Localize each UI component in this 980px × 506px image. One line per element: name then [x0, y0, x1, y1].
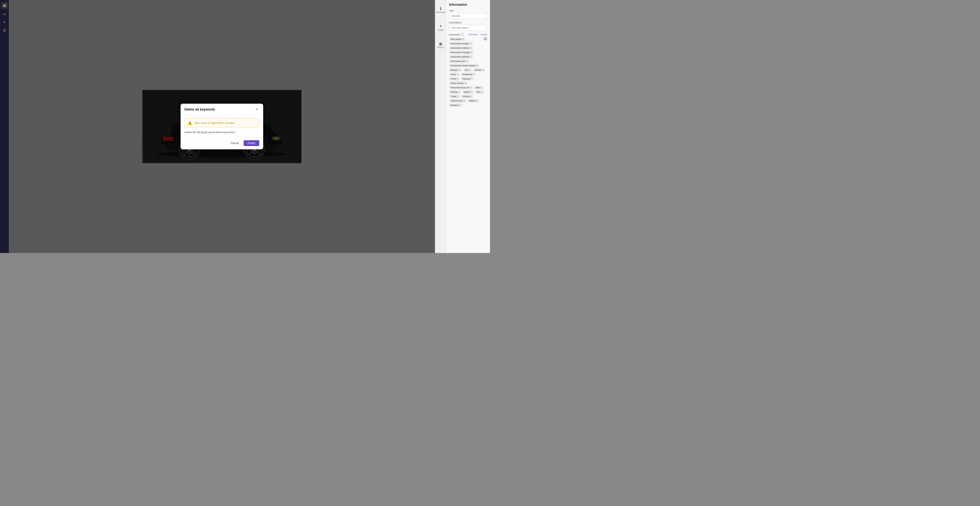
- layout-icon[interactable]: ⊟: [1, 27, 8, 33]
- keywords-label-row: Keywords ?: [449, 33, 464, 36]
- remove-keyword-button[interactable]: ✕: [471, 47, 472, 49]
- modal-close-button[interactable]: ✕: [255, 107, 259, 112]
- modal-title: Delete all keywords: [185, 108, 215, 111]
- keyword-tag: Wheel✕: [468, 99, 479, 103]
- keyword-label: Hubcap: [462, 78, 470, 80]
- keywords-header: Keywords ? Generate | Details: [449, 33, 487, 36]
- remove-keyword-button[interactable]: ✕: [482, 69, 484, 71]
- keywords-label: Keywords: [449, 33, 460, 36]
- keyword-label: Wheel: [469, 100, 476, 102]
- remove-keyword-button[interactable]: ✕: [463, 38, 464, 40]
- keyword-label: Vehicle door: [451, 100, 463, 102]
- remove-keyword-button[interactable]: ✕: [480, 87, 482, 89]
- keyword-tag: Automotive exterior✕: [449, 46, 474, 50]
- separator: |: [479, 33, 479, 36]
- keyword-tag: Car✕: [463, 68, 472, 72]
- remove-keyword-button[interactable]: ✕: [469, 69, 471, 71]
- keyword-tag: Motor vehicle✕: [449, 81, 468, 85]
- remove-keyword-button[interactable]: ✕: [471, 78, 473, 80]
- keyword-label: Vehicle: [463, 95, 470, 98]
- left-sidebar: ⊞ ▭ ≡ ⊟: [0, 0, 9, 253]
- keyword-label: Hood: [451, 78, 456, 80]
- title-input[interactable]: [449, 13, 487, 19]
- keyword-label: Alloy wheel: [451, 38, 461, 40]
- details-link[interactable]: Details: [480, 33, 487, 36]
- remove-keyword-button[interactable]: ✕: [476, 100, 478, 102]
- remove-keyword-button[interactable]: ✕: [470, 87, 472, 89]
- clear-all-keywords-button[interactable]: ✕: [484, 37, 487, 41]
- keywords-container: Alloy wheel✕Automotive design✕Automotive…: [449, 37, 487, 107]
- keyword-label: Spoke: [464, 91, 470, 93]
- remove-keyword-button[interactable]: ✕: [464, 100, 465, 102]
- right-icon-nav: ℹ Information ✦ Insights ▣ Versions: [435, 0, 446, 253]
- keyword-tag: Bumper✕: [449, 68, 462, 72]
- remove-keyword-button[interactable]: ✕: [459, 69, 461, 71]
- keyword-label: Automotive exterior: [451, 47, 469, 49]
- remove-keyword-button[interactable]: ✕: [471, 95, 472, 98]
- keyword-label: Automotive tire: [451, 60, 465, 62]
- info-panel-title: Information: [449, 3, 487, 6]
- cancel-button[interactable]: Cancel: [228, 140, 242, 146]
- remove-keyword-button[interactable]: ✕: [457, 95, 459, 98]
- keyword-tag: Window✕: [449, 103, 462, 107]
- keywords-help-icon[interactable]: ?: [461, 33, 464, 36]
- remove-keyword-button[interactable]: ✕: [481, 91, 482, 93]
- remove-keyword-button[interactable]: ✕: [457, 73, 458, 76]
- main-canvas: Delete all keywords ✕ ⚠️ Save asset to a…: [9, 0, 435, 253]
- grid-icon[interactable]: ⊞: [1, 2, 8, 9]
- modal-footer: Cancel Delete: [181, 137, 263, 149]
- keyword-tag: Fender✕: [473, 68, 485, 72]
- generate-link[interactable]: Generate: [469, 33, 477, 36]
- remove-keyword-button[interactable]: ✕: [471, 91, 473, 93]
- remove-keyword-button[interactable]: ✕: [458, 91, 460, 93]
- monitor-icon[interactable]: ▭: [1, 10, 8, 17]
- remove-keyword-button[interactable]: ✕: [471, 51, 473, 54]
- modal-description: Delete the 25 plugin-generated keyword(s…: [185, 130, 259, 134]
- keyword-tag: Headlamp✕: [461, 73, 476, 76]
- keywords-actions: Generate | Details: [469, 33, 487, 36]
- keyword-tag: Hood✕: [449, 77, 460, 81]
- keyword-label: Tire: [476, 91, 480, 93]
- keyword-label: Rolling: [451, 91, 457, 93]
- keyword-tag: Tread✕: [449, 95, 460, 98]
- remove-keyword-button[interactable]: ✕: [469, 43, 471, 45]
- keyword-label: Grille: [451, 73, 456, 76]
- nav-item-information[interactable]: ℹ Information: [436, 2, 446, 18]
- keyword-tag: Grille✕: [449, 73, 460, 76]
- keyword-label: Personal luxury car: [451, 86, 469, 89]
- nav-label-insights: Insights: [437, 29, 444, 31]
- title-label: Title: [449, 10, 487, 12]
- delete-button[interactable]: Delete: [243, 140, 259, 146]
- keyword-tag: Vehicle✕: [461, 95, 474, 98]
- keyword-label: Motor vehicle: [451, 82, 464, 84]
- keyword-label: Window: [451, 104, 458, 106]
- keyword-tag: Spoke✕: [462, 90, 474, 94]
- desc-suffix: plugin-generated keyword(s)?: [200, 131, 235, 134]
- keyword-count: 25: [197, 131, 200, 134]
- remove-keyword-button[interactable]: ✕: [470, 56, 472, 58]
- keyword-tag: Tire✕: [474, 90, 484, 94]
- remove-keyword-button[interactable]: ✕: [473, 73, 474, 76]
- layers-icon[interactable]: ≡: [1, 19, 8, 25]
- keyword-label: Automotive design: [451, 42, 469, 45]
- remove-keyword-button[interactable]: ✕: [466, 60, 468, 62]
- remove-keyword-button[interactable]: ✕: [477, 65, 478, 67]
- nav-item-versions[interactable]: ▣ Versions: [436, 37, 446, 53]
- remove-keyword-button[interactable]: ✕: [459, 104, 461, 106]
- keyword-tag: Rolling✕: [449, 90, 461, 94]
- modal-overlay: Delete all keywords ✕ ⚠️ Save asset to a…: [9, 0, 435, 253]
- nav-item-insights[interactable]: ✦ Insights: [436, 19, 446, 36]
- description-label: Description: [449, 21, 487, 24]
- right-panel: ℹ Information ✦ Insights ▣ Versions Info…: [435, 0, 490, 253]
- info-panel: Information Title Description Keywords ?…: [446, 0, 490, 253]
- remove-keyword-button[interactable]: ✕: [465, 82, 466, 84]
- keyword-tag: Vehicle door✕: [449, 99, 466, 103]
- keyword-label: Automotive lighting: [451, 56, 469, 58]
- modal-header: Delete all keywords ✕: [181, 104, 263, 115]
- keyword-label: Bumper: [451, 69, 458, 71]
- keyword-tag: Hubcap✕: [461, 77, 474, 81]
- information-icon: ℹ: [440, 6, 441, 11]
- description-input[interactable]: [449, 25, 487, 31]
- keyword-tag: Rim✕: [474, 86, 484, 89]
- remove-keyword-button[interactable]: ✕: [457, 78, 458, 80]
